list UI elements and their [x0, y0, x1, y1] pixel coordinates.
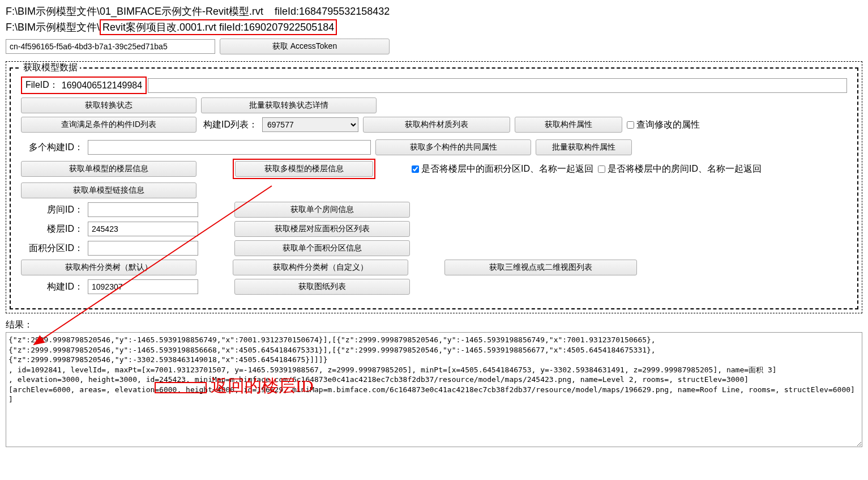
category-tree-custom-button[interactable]: 获取构件分类树（自定义） — [233, 260, 408, 275]
query-component-ids-button[interactable]: 查询满足条件的构件ID列表 — [21, 117, 196, 133]
return-area-text: 是否将楼层中的面积分区ID、名称一起返回 — [421, 163, 593, 175]
room-id-label: 房间ID： — [21, 204, 83, 216]
fileid-highlight-box: FileID： 1690406512149984 — [21, 77, 147, 94]
batch-convert-status-button[interactable]: 批量获取转换状态详情 — [201, 97, 377, 113]
component-id-list-label: 构建ID列表： — [201, 119, 258, 131]
file-paths: F:\BIM示例模型文件\01_BIMFACE示例文件-Revit模型.rvt … — [6, 5, 862, 35]
multi-model-floor-button[interactable]: 获取多模型的楼层信息 — [235, 161, 373, 177]
return-area-checkbox[interactable] — [412, 165, 419, 173]
query-modified-props-text: 查询修改的属性 — [636, 119, 700, 131]
get-drawing-list-button[interactable]: 获取图纸列表 — [234, 279, 410, 295]
path-2-highlighted: Revit案例项目改.0001.rvt fileId:1690207922505… — [100, 19, 337, 35]
fileid-input[interactable] — [148, 78, 847, 93]
path-line-1: F:\BIM示例模型文件\01_BIMFACE示例文件-Revit模型.rvt … — [6, 5, 862, 18]
category-tree-default-button[interactable]: 获取构件分类树（默认） — [21, 260, 196, 275]
fileid-label: FileID： — [25, 79, 58, 91]
get-access-token-button[interactable]: 获取 AccessToken — [220, 39, 390, 54]
multi-common-props-button[interactable]: 获取多个构件的共同属性 — [375, 139, 531, 155]
get-views-button[interactable]: 获取三维视点或二维视图列表 — [444, 260, 637, 275]
floor-id-label: 楼层ID： — [21, 223, 83, 235]
fieldset-legend: 获取模型数据 — [21, 62, 80, 74]
get-floor-area-list-button[interactable]: 获取楼层对应面积分区列表 — [234, 221, 410, 237]
access-token-input[interactable] — [6, 39, 215, 54]
multi-component-id-input[interactable] — [88, 140, 371, 155]
result-textarea[interactable] — [6, 332, 862, 447]
path-line-2: F:\BIM示例模型文件\Revit案例项目改.0001.rvt fileId:… — [6, 19, 862, 35]
outer-dashed-container: 获取模型数据 FileID： 1690406512149984 获取转换状态 批… — [6, 61, 862, 313]
result-label: 结果： — [6, 319, 862, 331]
return-room-label[interactable]: 是否将楼层中的房间ID、名称一起返回 — [598, 163, 762, 175]
area-id-input[interactable] — [88, 241, 198, 256]
batch-component-props-button[interactable]: 批量获取构件属性 — [536, 139, 632, 155]
get-component-props-button[interactable]: 获取构件属性 — [515, 117, 622, 133]
return-area-label[interactable]: 是否将楼层中的面积分区ID、名称一起返回 — [412, 163, 593, 175]
return-room-text: 是否将楼层中的房间ID、名称一起返回 — [608, 163, 762, 175]
multi-floor-highlight: 获取多模型的楼层信息 — [233, 159, 375, 179]
get-single-area-button[interactable]: 获取单个面积分区信息 — [234, 240, 410, 256]
model-data-fieldset: 获取模型数据 FileID： 1690406512149984 获取转换状态 批… — [10, 67, 858, 309]
query-modified-props-label[interactable]: 查询修改的属性 — [627, 119, 700, 131]
get-single-room-button[interactable]: 获取单个房间信息 — [234, 202, 410, 218]
query-modified-props-checkbox[interactable] — [627, 121, 634, 129]
single-model-floor-button[interactable]: 获取单模型的楼层信息 — [21, 161, 196, 177]
fileid-value-visible: 1690406512149984 — [62, 80, 142, 91]
room-id-input[interactable] — [88, 202, 198, 217]
floor-id-input[interactable] — [88, 222, 198, 236]
path-1-file: F:\BIM示例模型文件\01_BIMFACE示例文件-Revit模型.rvt — [6, 6, 263, 17]
component-id-label: 构建ID： — [21, 281, 83, 293]
area-id-label: 面积分区ID： — [21, 243, 83, 254]
path-1-fileid: fileId:1684795532158432 — [275, 6, 390, 17]
get-material-list-button[interactable]: 获取构件材质列表 — [363, 117, 510, 133]
component-id-input[interactable] — [88, 279, 198, 294]
component-id-select[interactable]: 697577 — [262, 117, 358, 132]
return-room-checkbox[interactable] — [598, 165, 605, 173]
multi-component-id-label: 多个构建ID： — [21, 142, 83, 154]
path-2-prefix: F:\BIM示例模型文件\ — [6, 22, 100, 33]
get-convert-status-button[interactable]: 获取转换状态 — [21, 97, 196, 113]
single-model-link-button[interactable]: 获取单模型链接信息 — [21, 182, 196, 198]
